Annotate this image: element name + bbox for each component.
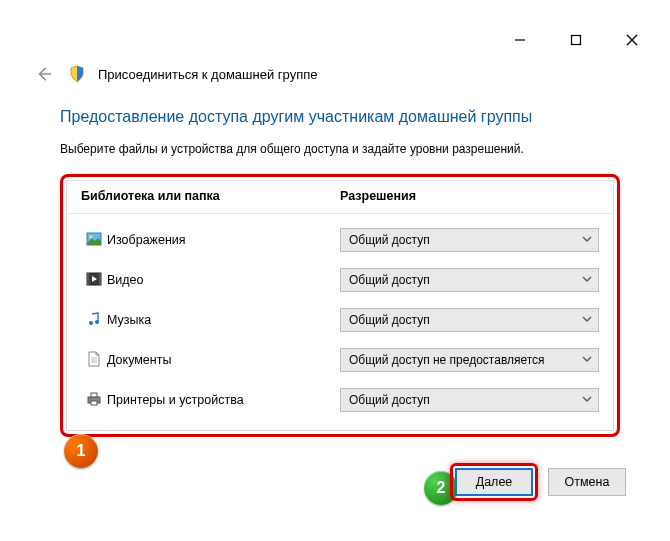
next-button[interactable]: Далее <box>455 468 533 496</box>
videos-icon <box>86 271 102 290</box>
row-documents-label: Документы <box>107 353 340 367</box>
next-button-highlight: Далее <box>450 463 538 501</box>
column-header-library: Библиотека или папка <box>81 189 340 203</box>
row-music-value: Общий доступ <box>349 313 430 327</box>
section-subtext: Выберите файлы и устройства для общего д… <box>60 142 620 156</box>
row-documents: Документы Общий доступ не предоставляетс… <box>79 340 601 380</box>
chevron-down-icon <box>582 393 592 407</box>
close-button[interactable] <box>622 30 642 50</box>
row-music-select[interactable]: Общий доступ <box>340 308 599 332</box>
svg-rect-18 <box>91 401 97 405</box>
window-title: Присоединиться к домашней группе <box>98 67 317 82</box>
row-music-label: Музыка <box>107 313 340 327</box>
row-printers-select[interactable]: Общий доступ <box>340 388 599 412</box>
row-printers-value: Общий доступ <box>349 393 430 407</box>
svg-rect-17 <box>91 393 97 397</box>
row-music: Музыка Общий доступ <box>79 300 601 340</box>
section-heading: Предоставление доступа другим участникам… <box>60 108 620 126</box>
chevron-down-icon <box>582 233 592 247</box>
back-button[interactable] <box>32 62 56 86</box>
svg-rect-1 <box>572 36 581 45</box>
chevron-down-icon <box>582 273 592 287</box>
row-documents-select[interactable]: Общий доступ не предоставляется <box>340 348 599 372</box>
row-pictures-label: Изображения <box>107 233 340 247</box>
pictures-icon <box>86 231 102 250</box>
chevron-down-icon <box>582 313 592 327</box>
row-printers: Принтеры и устройства Общий доступ <box>79 380 601 420</box>
cancel-button[interactable]: Отмена <box>548 468 626 496</box>
chevron-down-icon <box>582 353 592 367</box>
row-pictures-value: Общий доступ <box>349 233 430 247</box>
minimize-button[interactable] <box>510 30 530 50</box>
svg-point-11 <box>89 321 93 325</box>
svg-point-6 <box>90 235 93 238</box>
svg-rect-9 <box>99 273 101 285</box>
homegroup-icon <box>68 65 86 83</box>
column-header-permission: Разрешения <box>340 189 599 203</box>
svg-point-12 <box>95 320 99 324</box>
row-printers-label: Принтеры и устройства <box>107 393 340 407</box>
row-videos-select[interactable]: Общий доступ <box>340 268 599 292</box>
annotation-badge-1: 1 <box>64 434 98 468</box>
documents-icon <box>86 351 102 370</box>
printers-icon <box>86 391 102 410</box>
row-videos: Видео Общий доступ <box>79 260 601 300</box>
row-videos-value: Общий доступ <box>349 273 430 287</box>
maximize-button[interactable] <box>566 30 586 50</box>
svg-rect-8 <box>87 273 89 285</box>
music-icon <box>86 311 102 330</box>
row-documents-value: Общий доступ не предоставляется <box>349 353 545 367</box>
row-pictures: Изображения Общий доступ <box>79 220 601 260</box>
permissions-pane: Библиотека или папка Разрешения Изображе… <box>66 180 614 431</box>
permissions-highlight: Библиотека или папка Разрешения Изображе… <box>60 174 620 437</box>
row-videos-label: Видео <box>107 273 340 287</box>
row-pictures-select[interactable]: Общий доступ <box>340 228 599 252</box>
